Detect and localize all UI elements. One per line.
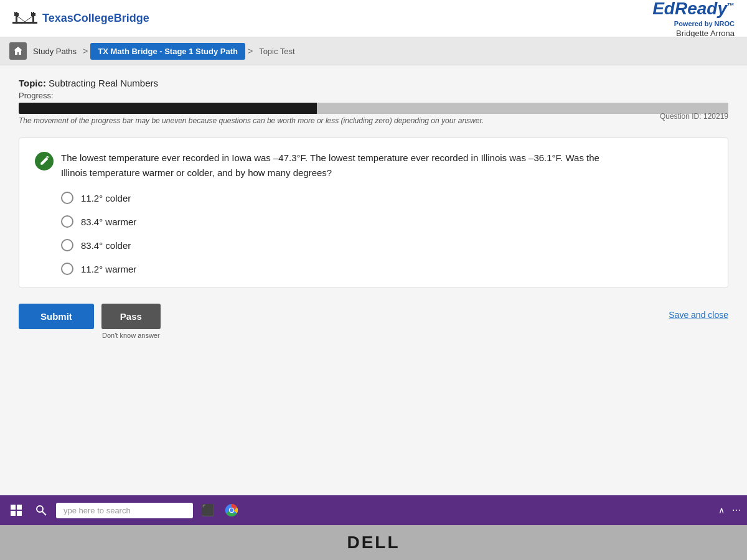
taskbar: ype here to search ⬛ ∧ ⋯ — [0, 495, 747, 525]
breadcrumb-study-paths[interactable]: Study Paths — [29, 47, 80, 56]
answer-option-1[interactable]: 11.2° colder — [61, 192, 712, 204]
svg-rect-14 — [17, 511, 22, 516]
topic-label: Topic: Subtracting Real Numbers — [19, 78, 728, 88]
question-id: Question ID: 120219 — [660, 112, 728, 121]
logo-area: TexasCollegeBridge — [12, 9, 149, 28]
chevron-up-icon[interactable]: ∧ — [718, 505, 725, 515]
save-close-link[interactable]: Save and close — [669, 310, 728, 320]
svg-rect-7 — [31, 12, 32, 14]
svg-rect-5 — [14, 12, 16, 14]
search-icon[interactable] — [32, 502, 50, 519]
svg-rect-2 — [32, 16, 34, 23]
answer-options: 11.2° colder 83.4° warmer 83.4° colder 1… — [35, 192, 712, 275]
breadcrumb-topic-test: Topic Test — [255, 47, 299, 56]
radio-circle-2[interactable] — [61, 215, 73, 228]
taskbar-chrome-icon[interactable] — [223, 502, 240, 519]
progress-bar-fill — [19, 103, 317, 114]
top-header: TexasCollegeBridge EdReady™ Powered by N… — [0, 0, 747, 37]
texas-bridge-icon — [12, 9, 37, 28]
taskbar-left: ype here to search ⬛ — [6, 500, 240, 520]
dell-logo: DELL — [7, 533, 740, 553]
user-name: Bridgette Arrona — [676, 29, 735, 38]
breadcrumb-sep2: > — [248, 46, 253, 56]
taskbar-misc-icon[interactable]: ⋯ — [732, 505, 741, 515]
home-button[interactable] — [9, 42, 27, 60]
progress-bar-container — [19, 103, 728, 114]
edready-brand: EdReady™ — [652, 0, 735, 19]
option-text-3: 83.4° colder — [81, 240, 131, 251]
svg-point-21 — [230, 508, 233, 512]
svg-line-10 — [25, 16, 34, 22]
windows-start-button[interactable] — [6, 500, 26, 520]
taskbar-right-icons: ∧ ⋯ — [718, 505, 741, 515]
svg-rect-13 — [11, 511, 16, 516]
powered-by: Powered by NROC — [674, 20, 735, 27]
search-bar: ype here to search — [56, 503, 193, 518]
option-text-1: 11.2° colder — [81, 193, 131, 203]
dell-area: DELL — [0, 525, 747, 560]
progress-label: Progress: — [19, 91, 728, 100]
search-placeholder-text: ype here to search — [63, 506, 131, 515]
taskbar-cortana-icon[interactable]: ⬛ — [199, 502, 217, 519]
answer-option-2[interactable]: 83.4° warmer — [61, 215, 712, 228]
svg-rect-11 — [11, 505, 16, 510]
question-header: The lowest temperature ever recorded in … — [35, 151, 712, 180]
svg-rect-12 — [17, 505, 22, 510]
header-right: EdReady™ Powered by NROC Bridgette Arron… — [652, 0, 735, 38]
radio-circle-1[interactable] — [61, 192, 73, 204]
question-area: The lowest temperature ever recorded in … — [19, 138, 728, 288]
svg-rect-8 — [33, 12, 34, 14]
svg-rect-6 — [16, 12, 17, 14]
answer-option-3[interactable]: 83.4° colder — [61, 239, 712, 251]
svg-line-16 — [42, 511, 46, 515]
pass-btn-group: Pass Don't know answer — [101, 304, 161, 339]
breadcrumb-sep1: > — [83, 46, 88, 56]
svg-line-9 — [17, 16, 26, 22]
pass-button[interactable]: Pass — [101, 304, 161, 329]
option-text-4: 11.2° warmer — [81, 264, 136, 274]
edit-icon — [35, 152, 54, 170]
submit-button[interactable]: Submit — [19, 304, 94, 329]
progress-note: The movement of the progress bar may be … — [19, 116, 728, 125]
edready-title: EdReady™ — [652, 0, 735, 19]
question-text: The lowest temperature ever recorded in … — [61, 151, 599, 180]
svg-rect-1 — [16, 16, 17, 23]
radio-circle-4[interactable] — [61, 263, 73, 275]
button-area: Submit Pass Don't know answer Save and c… — [19, 304, 728, 339]
dont-know-label: Don't know answer — [102, 332, 160, 339]
breadcrumb-bar: Study Paths > TX Math Bridge - Stage 1 S… — [0, 37, 747, 65]
main-content: Topic: Subtracting Real Numbers Progress… — [0, 65, 747, 495]
logo-text: TexasCollegeBridge — [42, 12, 149, 25]
breadcrumb-tx-math[interactable]: TX Math Bridge - Stage 1 Study Path — [90, 43, 245, 60]
answer-option-4[interactable]: 11.2° warmer — [61, 263, 712, 275]
radio-circle-3[interactable] — [61, 239, 73, 251]
option-text-2: 83.4° warmer — [81, 217, 136, 227]
svg-point-15 — [37, 506, 43, 512]
